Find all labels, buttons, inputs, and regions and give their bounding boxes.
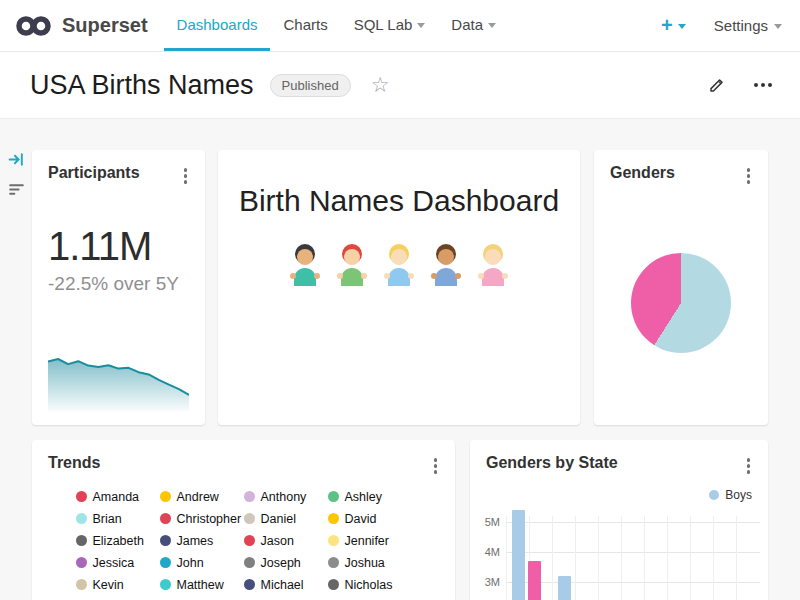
legend-item-amanda[interactable]: Amanda: [76, 490, 160, 504]
gridline: [506, 582, 760, 583]
child-figure: [333, 242, 371, 288]
genders-by-state-chart: 5M 4M 3M: [470, 510, 768, 600]
legend-dot: [709, 490, 719, 500]
legend-label: Jessica: [93, 556, 135, 570]
kebab-menu-icon[interactable]: [741, 454, 757, 478]
filter-icon[interactable]: [8, 181, 25, 198]
favorite-star-icon[interactable]: ☆: [371, 73, 390, 97]
nav-dashboards-label: Dashboards: [177, 16, 258, 33]
legend-dot: [328, 535, 339, 546]
legend-label: Jennifer: [345, 534, 389, 548]
trends-legend: AmandaAndrewAnthonyAshleyBrianChristophe…: [32, 490, 455, 600]
nav-data[interactable]: Data: [438, 0, 509, 51]
genders-by-state-title: Genders by State: [486, 454, 618, 472]
legend-item-ashley[interactable]: Ashley: [328, 490, 412, 504]
legend-label: Joseph: [261, 556, 301, 570]
y-axis-tick: 4M: [472, 546, 500, 558]
legend-item-brian[interactable]: Brian: [76, 512, 160, 526]
legend-label: David: [345, 512, 377, 526]
chevron-down-icon: [488, 23, 496, 28]
legend-item-daniel[interactable]: Daniel: [244, 512, 328, 526]
nav-sql-lab-label: SQL Lab: [354, 16, 413, 33]
chevron-down-icon: [678, 24, 686, 29]
infinity-logo-icon: [14, 12, 54, 40]
legend-item-michael[interactable]: Michael: [244, 578, 328, 592]
legend-label: Elizabeth: [93, 534, 144, 548]
legend-label: Christopher: [177, 512, 242, 526]
legend-item-matthew[interactable]: Matthew: [160, 578, 244, 592]
gridline: [644, 516, 645, 600]
legend-label: Michael: [261, 578, 304, 592]
gridline: [575, 516, 576, 600]
participants-trend-chart: [48, 353, 189, 411]
legend-item-joseph[interactable]: Joseph: [244, 556, 328, 570]
gridline: [713, 516, 714, 600]
dashboard-header: USA Births Names Published ☆: [0, 52, 800, 119]
dashboard-grid: Participants 1.11M -22.5% over 5Y Birth …: [0, 119, 800, 600]
page-title: USA Births Names: [30, 70, 254, 101]
kebab-menu-icon[interactable]: [428, 454, 444, 478]
legend-item-james[interactable]: James: [160, 534, 244, 548]
nav-data-label: Data: [451, 16, 483, 33]
expand-filter-bar-icon[interactable]: [8, 151, 25, 168]
top-navbar: Superset Dashboards Charts SQL Lab Data …: [0, 0, 800, 52]
legend-label: Andrew: [177, 490, 219, 504]
gridline: [506, 522, 760, 523]
markdown-header-card: Birth Names Dashboard: [218, 150, 580, 425]
legend-item-boys[interactable]: Boys: [709, 488, 752, 502]
gridline: [506, 552, 760, 553]
legend-item-andrew[interactable]: Andrew: [160, 490, 244, 504]
legend-label: Amanda: [93, 490, 140, 504]
genders-card: Genders: [594, 150, 768, 425]
legend-dot: [160, 535, 171, 546]
legend-item-jason[interactable]: Jason: [244, 534, 328, 548]
legend-item-jessica[interactable]: Jessica: [76, 556, 160, 570]
y-axis-tick: 5M: [472, 516, 500, 528]
legend-item-john[interactable]: John: [160, 556, 244, 570]
gridline: [552, 516, 553, 600]
nav-charts[interactable]: Charts: [270, 0, 340, 51]
status-badge[interactable]: Published: [270, 74, 351, 97]
nav-charts-label: Charts: [283, 16, 327, 33]
legend-label: James: [177, 534, 214, 548]
kebab-menu-icon[interactable]: [741, 164, 757, 188]
gridline: [621, 516, 622, 600]
legend-label: Matthew: [177, 578, 224, 592]
legend-item-joshua[interactable]: Joshua: [328, 556, 412, 570]
brand-name: Superset: [62, 14, 148, 37]
legend-label: Nicholas: [345, 578, 393, 592]
bar-girls: [528, 561, 541, 600]
legend-item-christopher[interactable]: Christopher: [160, 512, 244, 526]
legend-label: Boys: [725, 488, 752, 502]
new-item-button[interactable]: +: [661, 14, 686, 37]
plus-icon: +: [661, 14, 673, 37]
edit-pencil-icon[interactable]: [708, 76, 726, 94]
nav-sql-lab[interactable]: SQL Lab: [341, 0, 439, 51]
genders-pie-chart[interactable]: [631, 253, 731, 353]
kebab-menu-icon[interactable]: [178, 164, 194, 188]
dashboard-headline: Birth Names Dashboard: [218, 184, 580, 218]
legend-item-david[interactable]: David: [328, 512, 412, 526]
legend-dot: [244, 491, 255, 502]
genders-by-state-card: Genders by State Boys 5M 4M 3M: [470, 440, 768, 600]
legend-dot: [76, 513, 87, 524]
legend-label: Brian: [93, 512, 122, 526]
legend-item-nicholas[interactable]: Nicholas: [328, 578, 412, 592]
legend-dot: [160, 491, 171, 502]
legend-item-kevin[interactable]: Kevin: [76, 578, 160, 592]
gridline: [506, 516, 507, 600]
child-figure: [286, 242, 324, 288]
legend-item-jennifer[interactable]: Jennifer: [328, 534, 412, 548]
superset-logo[interactable]: Superset: [14, 0, 148, 51]
nav-dashboards[interactable]: Dashboards: [164, 0, 271, 51]
legend-dot: [328, 513, 339, 524]
more-options-icon[interactable]: [750, 79, 776, 91]
legend-item-elizabeth[interactable]: Elizabeth: [76, 534, 160, 548]
header-actions: [708, 76, 776, 94]
settings-menu[interactable]: Settings: [714, 17, 782, 34]
legend-dot: [76, 535, 87, 546]
legend-label: Daniel: [261, 512, 296, 526]
legend-label: Kevin: [93, 578, 124, 592]
child-figure: [427, 242, 465, 288]
legend-item-anthony[interactable]: Anthony: [244, 490, 328, 504]
